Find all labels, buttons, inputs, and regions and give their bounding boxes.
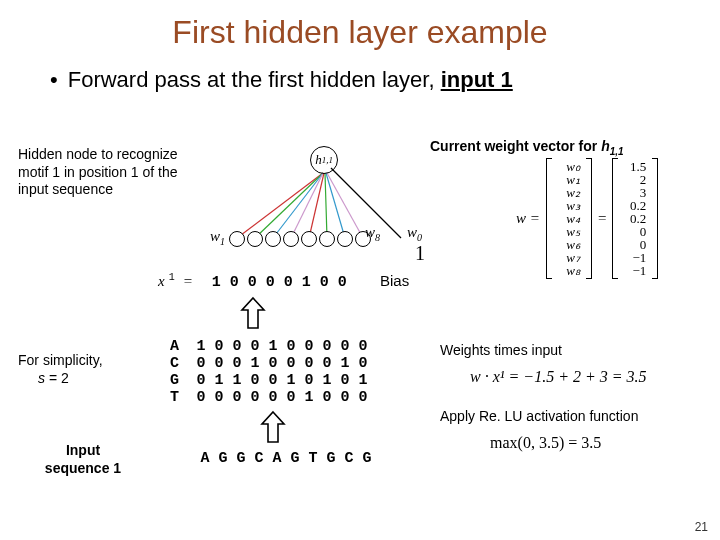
weights-times-input-label: Weights times input	[440, 342, 562, 358]
svg-line-5	[325, 173, 327, 238]
input-nodes	[229, 231, 371, 247]
sequence-row: AGGCAGTGCG	[196, 450, 376, 467]
slide-title: First hidden layer example	[0, 0, 720, 51]
w8-label: w8	[365, 224, 380, 243]
bullet-bold: input 1	[441, 67, 513, 92]
svg-line-4	[309, 173, 324, 238]
page-number: 21	[695, 520, 708, 534]
svg-line-6	[326, 173, 345, 238]
relu-eq: max(0, 3.5) = 3.5	[490, 434, 601, 452]
relu-label: Apply Re. LU activation function	[440, 408, 638, 424]
svg-line-3	[291, 173, 323, 238]
bullet-dot: •	[50, 67, 58, 93]
dot-product-eq: w · x¹ = −1.5 + 2 + 3 = 3.5	[470, 368, 647, 386]
hidden-node-label: Hidden node to recognize motif 1 in posi…	[18, 146, 178, 199]
bullet-line: • Forward pass at the first hidden layer…	[0, 51, 720, 93]
weight-matrix: w = w₀w₁w₂w₃w₄w₅w₆w₇w₈ = 1.5230.20.200−1…	[516, 158, 658, 279]
w1-label: w1	[210, 228, 225, 247]
bullet-text: Forward pass at the first hidden layer,	[68, 67, 441, 92]
bias-label: Bias	[380, 272, 409, 289]
bias-one: 1	[415, 242, 425, 265]
current-weight-label: Current weight vector for h1,1	[430, 138, 624, 157]
hidden-node-circle: h1,1	[310, 146, 338, 174]
up-arrow-icon	[240, 296, 266, 330]
w0-label: w0	[407, 224, 422, 243]
svg-line-1	[255, 173, 323, 238]
input-sequence-label: Inputsequence 1	[38, 442, 128, 477]
x1-vector: x1 = 10000100	[158, 272, 351, 291]
nn-diagram: h1,1 w1 w8 w0 1	[205, 146, 455, 266]
up-arrow-icon-2	[260, 410, 286, 444]
simplicity-label: For simplicity, s = 2	[18, 352, 148, 387]
encoding-table: A1000100000C0001000010G0110010101T000000…	[170, 338, 372, 406]
